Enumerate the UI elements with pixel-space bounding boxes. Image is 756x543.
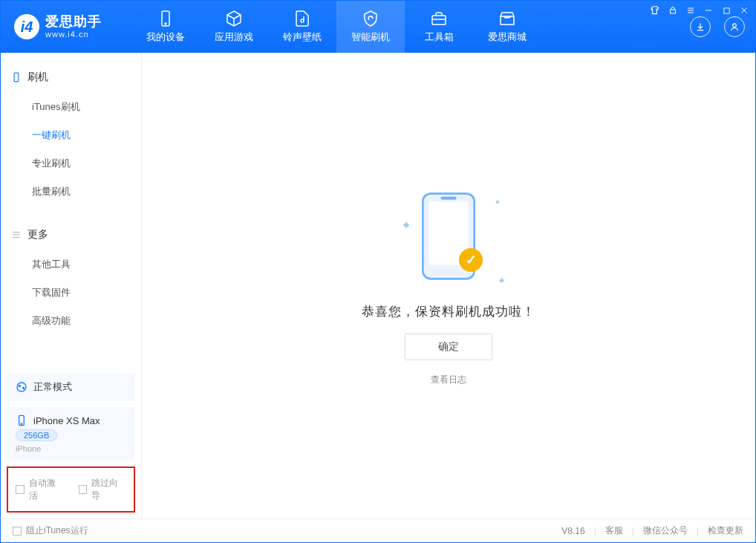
nav-my-device[interactable]: 我的设备 <box>131 1 200 53</box>
refresh-shield-icon <box>362 10 379 27</box>
success-message: 恭喜您，保资料刷机成功啦！ <box>362 303 535 320</box>
phone-icon <box>11 72 22 82</box>
list-icon <box>11 230 22 240</box>
svg-point-3 <box>165 23 166 25</box>
cube-icon <box>225 10 243 27</box>
header-bar: i4 爱思助手 www.i4.cn 我的设备 应用游戏 铃声壁纸 智能刷机 <box>1 1 755 53</box>
customer-service-link[interactable]: 客服 <box>605 524 623 537</box>
sidebar-section-more: 更多 其他工具 下载固件 高级功能 <box>1 210 141 339</box>
svg-point-7 <box>17 383 26 391</box>
store-icon <box>498 10 516 27</box>
sidebar-item-download-firmware[interactable]: 下载固件 <box>1 279 141 307</box>
minimize-icon[interactable] <box>703 5 714 16</box>
user-icon <box>729 22 740 32</box>
nav-store[interactable]: 爱思商城 <box>473 1 541 53</box>
sparkle-icon <box>403 221 409 227</box>
svg-point-5 <box>733 24 737 27</box>
nav-label: 应用游戏 <box>215 30 253 44</box>
sparkle-icon <box>495 200 500 204</box>
checkbox-block-itunes[interactable]: 阻止iTunes运行 <box>13 524 88 537</box>
svg-rect-0 <box>671 10 676 13</box>
sidebar-item-advanced[interactable]: 高级功能 <box>1 307 141 335</box>
download-icon <box>695 22 706 32</box>
toolbox-icon <box>430 10 448 27</box>
checkbox-auto-activate[interactable]: 自动激活 <box>16 477 64 502</box>
device-icon <box>157 10 175 27</box>
checkbox-label: 跳过向导 <box>91 477 126 502</box>
sidebar-list-flash: iTunes刷机 一键刷机 专业刷机 批量刷机 <box>1 88 141 210</box>
check-update-link[interactable]: 检查更新 <box>708 524 743 537</box>
options-highlight-box: 自动激活 跳过向导 <box>7 466 135 513</box>
nav-ringtone-wallpaper[interactable]: 铃声壁纸 <box>268 1 336 53</box>
sparkle-icon <box>499 277 504 282</box>
device-phone-icon <box>16 414 27 426</box>
svg-point-9 <box>23 387 25 388</box>
sidebar-item-pro-flash[interactable]: 专业刷机 <box>1 149 141 178</box>
app-logo[interactable]: i4 爱思助手 www.i4.cn <box>14 14 102 39</box>
ok-button[interactable]: 确定 <box>405 334 492 360</box>
sidebar-item-one-click-flash[interactable]: 一键刷机 <box>1 121 141 149</box>
logo-text: 爱思助手 www.i4.cn <box>45 15 102 39</box>
device-name: iPhone XS Max <box>33 415 100 426</box>
header-right <box>690 16 745 37</box>
close-icon[interactable] <box>739 5 749 16</box>
nav-label: 工具箱 <box>425 30 454 44</box>
version-label: V8.16 <box>561 526 584 536</box>
nav-apps-games[interactable]: 应用游戏 <box>200 1 268 53</box>
body: 刷机 iTunes刷机 一键刷机 专业刷机 批量刷机 更多 其他工具 下载固件 … <box>1 53 755 518</box>
mode-label: 正常模式 <box>33 380 72 394</box>
section-title: 更多 <box>27 228 48 241</box>
nav-label: 我的设备 <box>146 30 185 44</box>
checkbox-label: 自动激活 <box>29 477 64 502</box>
main-content: ✓ 恭喜您，保资料刷机成功啦！ 确定 查看日志 <box>142 53 755 518</box>
check-badge-icon: ✓ <box>459 248 483 272</box>
wechat-link[interactable]: 微信公众号 <box>643 524 688 537</box>
nav-label: 智能刷机 <box>351 30 390 44</box>
music-file-icon <box>293 10 311 27</box>
svg-point-8 <box>19 386 20 387</box>
device-card[interactable]: iPhone XS Max 256GB iPhone <box>7 407 135 461</box>
window-sys-controls <box>650 5 749 16</box>
sidebar: 刷机 iTunes刷机 一键刷机 专业刷机 批量刷机 更多 其他工具 下载固件 … <box>1 53 142 518</box>
sidebar-heading-more: 更多 <box>1 224 141 246</box>
tshirt-icon[interactable] <box>650 5 660 16</box>
divider: | <box>594 526 596 536</box>
maximize-icon[interactable] <box>721 5 731 16</box>
sidebar-item-batch-flash[interactable]: 批量刷机 <box>1 178 141 206</box>
sidebar-heading-flash: 刷机 <box>1 66 141 88</box>
nav-smart-flash[interactable]: 智能刷机 <box>336 1 405 53</box>
nav-label: 爱思商城 <box>488 30 527 44</box>
mode-icon <box>16 381 27 393</box>
sidebar-bottom: 正常模式 iPhone XS Max 256GB iPhone 自动激活 跳过向… <box>1 367 141 518</box>
divider: | <box>697 526 699 536</box>
app-window: i4 爱思助手 www.i4.cn 我的设备 应用游戏 铃声壁纸 智能刷机 <box>0 0 756 543</box>
footer-right: V8.16 | 客服 | 微信公众号 | 检查更新 <box>561 524 743 537</box>
svg-rect-14 <box>440 196 456 199</box>
svg-rect-4 <box>432 16 446 25</box>
top-nav: 我的设备 应用游戏 铃声壁纸 智能刷机 工具箱 爱思商城 <box>131 1 541 53</box>
checkbox-label: 阻止iTunes运行 <box>26 524 88 537</box>
sidebar-item-itunes-flash[interactable]: iTunes刷机 <box>1 93 141 121</box>
device-capacity: 256GB <box>16 429 57 441</box>
menu-icon[interactable] <box>685 5 696 16</box>
svg-rect-1 <box>723 7 729 13</box>
sidebar-item-other-tools[interactable]: 其他工具 <box>1 250 141 279</box>
sidebar-list-more: 其他工具 下载固件 高级功能 <box>1 246 141 339</box>
footer-bar: 阻止iTunes运行 V8.16 | 客服 | 微信公众号 | 检查更新 <box>1 518 755 542</box>
nav-toolbox[interactable]: 工具箱 <box>405 1 473 53</box>
logo-icon: i4 <box>14 14 39 39</box>
checkbox-icon <box>13 527 22 536</box>
app-url: www.i4.cn <box>45 30 102 39</box>
sidebar-section-flash: 刷机 iTunes刷机 一键刷机 专业刷机 批量刷机 <box>1 53 141 210</box>
checkbox-icon <box>79 485 88 494</box>
download-button[interactable] <box>690 16 711 37</box>
mode-card[interactable]: 正常模式 <box>7 373 135 401</box>
checkbox-skip-guide[interactable]: 跳过向导 <box>79 477 127 502</box>
account-button[interactable] <box>724 16 745 37</box>
section-title: 刷机 <box>27 71 48 84</box>
view-log-link[interactable]: 查看日志 <box>431 374 466 386</box>
device-type: iPhone <box>16 444 126 453</box>
lock-icon[interactable] <box>668 5 678 16</box>
svg-rect-6 <box>14 73 19 82</box>
nav-label: 铃声壁纸 <box>283 30 322 44</box>
